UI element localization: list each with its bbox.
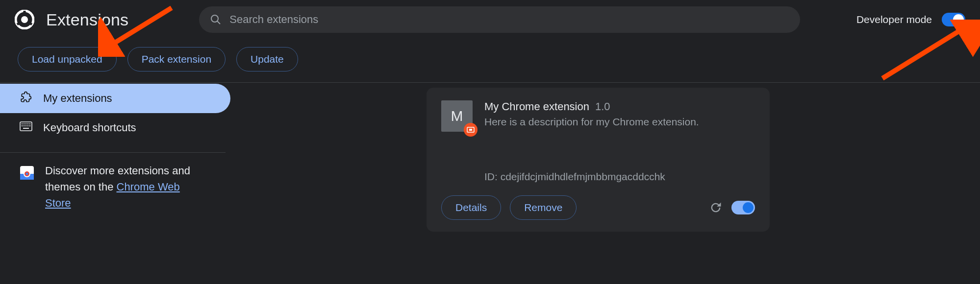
- sidebar: My extensions Keyboard shortcuts: [0, 83, 226, 284]
- puzzle-icon: [20, 91, 32, 106]
- reload-icon[interactable]: [709, 201, 723, 214]
- update-button[interactable]: Update: [236, 47, 298, 71]
- search-box[interactable]: [199, 6, 800, 33]
- svg-rect-7: [25, 123, 26, 124]
- svg-line-3: [217, 21, 220, 24]
- details-button[interactable]: Details: [441, 195, 501, 220]
- discover-section: Discover more extensions and themes on t…: [0, 163, 226, 211]
- svg-rect-10: [22, 125, 23, 126]
- svg-point-1: [21, 16, 28, 23]
- unpacked-badge-icon: [464, 123, 477, 137]
- extension-description: Here is a description for my Chrome exte…: [484, 116, 699, 128]
- extension-version: 1.0: [595, 100, 610, 113]
- sidebar-item-label: Keyboard shortcuts: [43, 121, 136, 134]
- svg-rect-8: [27, 123, 28, 124]
- search-input[interactable]: [228, 13, 789, 26]
- svg-rect-6: [24, 123, 25, 124]
- extension-enabled-toggle[interactable]: [731, 201, 755, 214]
- chrome-web-store-icon: [20, 166, 34, 180]
- svg-rect-12: [25, 125, 26, 126]
- svg-rect-13: [27, 125, 28, 126]
- sidebar-item-label: My extensions: [43, 92, 112, 105]
- svg-rect-5: [22, 123, 23, 124]
- page-title: Extensions: [46, 10, 128, 29]
- extension-id: ID: cdejifdcjmidhdlefmjmbbmgacddcchk: [484, 171, 755, 183]
- svg-point-2: [211, 15, 218, 22]
- developer-toolbar: Load unpacked Pack extension Update: [0, 39, 980, 83]
- developer-mode-toggle[interactable]: [942, 13, 965, 26]
- load-unpacked-button[interactable]: Load unpacked: [18, 47, 117, 71]
- svg-rect-14: [29, 125, 30, 126]
- extension-card: M My Chrome extension 1.0 Here is a desc…: [427, 88, 770, 232]
- svg-rect-11: [24, 125, 25, 126]
- pack-extension-button[interactable]: Pack extension: [127, 47, 226, 71]
- keyboard-icon: [20, 121, 32, 134]
- sidebar-item-my-extensions[interactable]: My extensions: [0, 84, 230, 113]
- remove-button[interactable]: Remove: [510, 195, 577, 220]
- search-icon: [210, 14, 222, 25]
- svg-point-20: [26, 173, 28, 175]
- developer-mode-label: Developer mode: [856, 14, 932, 25]
- svg-rect-15: [23, 128, 29, 129]
- chrome-extensions-logo-icon: [15, 10, 34, 29]
- extension-name: My Chrome extension: [484, 100, 589, 113]
- svg-rect-9: [29, 123, 30, 124]
- svg-rect-22: [469, 129, 472, 131]
- sidebar-item-keyboard-shortcuts[interactable]: Keyboard shortcuts: [0, 113, 226, 142]
- sidebar-divider: [0, 152, 226, 153]
